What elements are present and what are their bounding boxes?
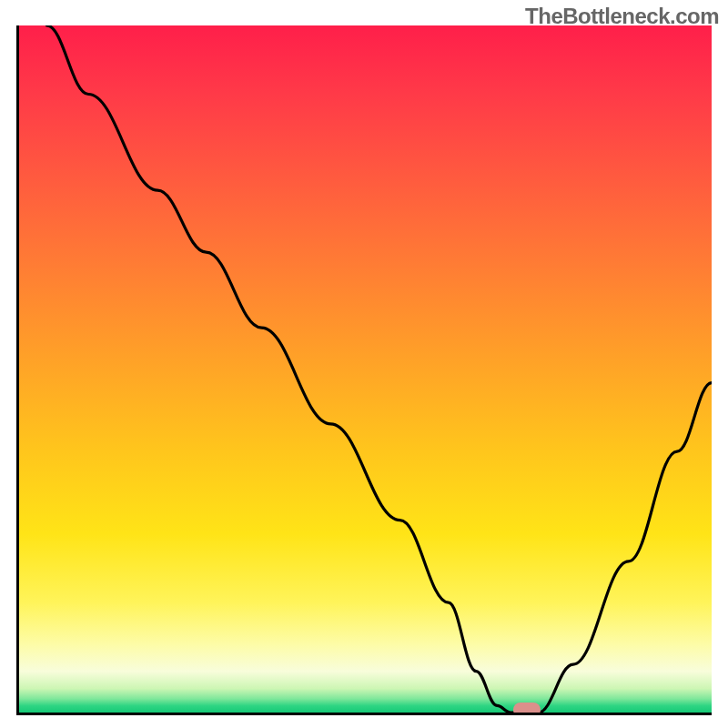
bottleneck-curve [46, 25, 712, 713]
curve-svg [19, 25, 712, 713]
chart-container: TheBottleneck.com [0, 0, 728, 728]
minimum-marker [513, 703, 541, 715]
plot-area [16, 25, 712, 715]
